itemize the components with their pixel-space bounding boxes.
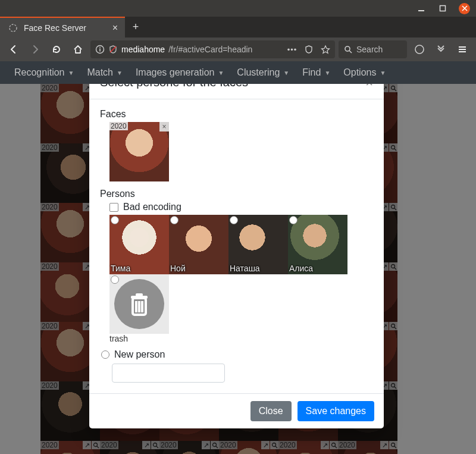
modal-body: Faces 2020 × Persons Bad encoding Тима [89, 99, 384, 393]
person-radio[interactable] [111, 275, 119, 284]
person-name: Наташа [230, 264, 260, 273]
person-radio[interactable] [289, 216, 298, 224]
svg-rect-1 [440, 6, 446, 11]
account-icon[interactable] [411, 40, 428, 58]
save-changes-button[interactable]: Save changes [298, 401, 374, 421]
chevron-down-icon: ▼ [68, 70, 74, 76]
trash-icon [114, 279, 164, 329]
new-person-option[interactable]: New person [101, 349, 373, 360]
chevron-down-icon: ▼ [218, 70, 224, 76]
person-option[interactable]: Ной [169, 215, 228, 274]
nav-forward-button[interactable] [26, 40, 44, 58]
new-person-label: New person [114, 349, 165, 360]
new-person-radio[interactable] [101, 350, 109, 359]
hamburger-menu-button[interactable] [453, 40, 471, 58]
nav-find[interactable]: Find▼ [296, 64, 336, 82]
chevron-down-icon: ▼ [117, 70, 123, 76]
window-titlebar [0, 0, 476, 17]
search-bar[interactable]: Search [339, 40, 407, 58]
modal-close-button[interactable]: × [365, 84, 373, 89]
bad-encoding-checkbox[interactable] [109, 203, 118, 212]
nav-options[interactable]: Options▼ [337, 64, 392, 82]
nav-home-button[interactable] [69, 40, 87, 58]
url-host: mediahome [121, 45, 165, 54]
remove-face-button[interactable]: × [159, 122, 169, 131]
tab-title: Face Rec Server [24, 23, 86, 33]
app-navbar: Recognition▼ Match▼ Images generation▼ C… [0, 61, 476, 84]
nav-match[interactable]: Match▼ [81, 64, 128, 82]
svg-rect-95 [136, 293, 143, 296]
svg-point-8 [415, 45, 424, 54]
trash-label: trash [109, 334, 169, 343]
person-name: Ной [170, 264, 186, 273]
person-option[interactable]: Наташа [228, 215, 288, 274]
reader-view-icon[interactable] [304, 45, 314, 54]
nav-clustering[interactable]: Clustering▼ [231, 64, 295, 82]
window-maximize-button[interactable] [437, 3, 448, 14]
person-radio[interactable] [111, 216, 119, 224]
modal-header: Select persone for the faces × [89, 84, 384, 99]
window-close-button[interactable] [459, 3, 470, 14]
new-person-input[interactable] [112, 364, 225, 383]
nav-recognition[interactable]: Recognition▼ [8, 64, 80, 82]
svg-point-6 [345, 46, 350, 51]
chevron-down-icon: ▼ [283, 70, 289, 76]
browser-tabs: Face Rec Server × + [0, 17, 476, 37]
close-button[interactable]: Close [250, 401, 292, 421]
bookmark-icon[interactable] [321, 45, 330, 54]
app-content: 2020↗2020↗2020↗2020↗2020↗2020↗2020↗2020↗… [0, 84, 476, 454]
nav-back-button[interactable] [5, 40, 23, 58]
persons-section-label: Persons [100, 189, 373, 199]
site-info-icon[interactable] [95, 45, 105, 54]
person-trash-option[interactable]: trash [109, 274, 169, 343]
trash-thumbnail [109, 274, 169, 334]
svg-line-7 [349, 51, 352, 53]
search-icon [343, 45, 353, 54]
selected-face[interactable]: 2020 × [109, 122, 169, 181]
browser-tab-active[interactable]: Face Rec Server × [0, 17, 125, 37]
person-option[interactable]: Алиса [288, 215, 347, 274]
browser-toolbar: mediahome/fr/#activeCard=headin ••• Sear… [0, 37, 476, 61]
modal-footer: Close Save changes [89, 393, 384, 428]
overflow-icon[interactable] [432, 40, 450, 58]
tab-close-button[interactable]: × [112, 23, 118, 33]
window-minimize-button[interactable] [416, 3, 427, 14]
select-person-modal: Select persone for the faces × Faces 202… [89, 84, 384, 428]
person-name: Тима [111, 264, 130, 273]
person-radio[interactable] [170, 216, 178, 224]
face-year-badge: 2020 [109, 122, 128, 130]
bad-encoding-label: Bad encoding [123, 202, 181, 212]
modal-title: Select persone for the faces [100, 84, 248, 89]
tab-favicon [8, 23, 18, 33]
bad-encoding-option[interactable]: Bad encoding [109, 202, 373, 212]
nav-reload-button[interactable] [48, 40, 65, 58]
url-bar[interactable]: mediahome/fr/#activeCard=headin ••• [90, 40, 335, 58]
page-actions-icon[interactable]: ••• [287, 45, 297, 54]
tracking-protection-icon[interactable] [108, 45, 118, 54]
svg-rect-4 [99, 49, 101, 52]
chevron-down-icon: ▼ [324, 70, 330, 76]
search-placeholder: Search [356, 45, 383, 54]
svg-point-2 [10, 24, 17, 32]
person-option[interactable]: Тима [109, 215, 169, 274]
chevron-down-icon: ▼ [380, 70, 386, 76]
person-radio[interactable] [230, 216, 238, 224]
new-tab-button[interactable]: + [125, 17, 146, 37]
nav-images-generation[interactable]: Images generation▼ [130, 64, 230, 82]
svg-rect-5 [99, 47, 101, 48]
person-name: Алиса [289, 264, 313, 273]
url-path: /fr/#activeCard=headin [168, 45, 252, 54]
faces-section-label: Faces [100, 109, 373, 120]
svg-rect-0 [418, 10, 424, 11]
persons-grid: Тима Ной Наташа Алиса [109, 215, 347, 343]
